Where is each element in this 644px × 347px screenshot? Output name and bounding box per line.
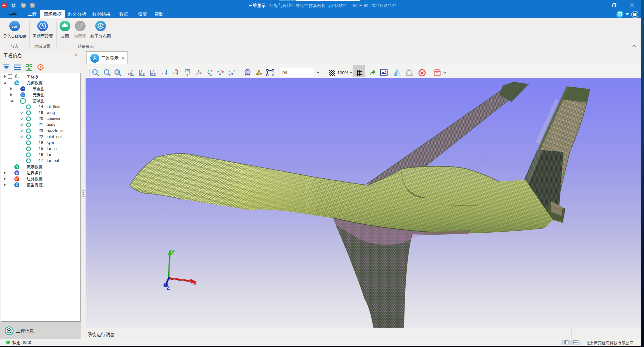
svg-text:x: x xyxy=(222,70,224,74)
svg-text:x: x xyxy=(200,71,201,75)
svg-text:z: z xyxy=(162,72,163,75)
svg-text:z: z xyxy=(217,70,219,74)
svg-text:cas: cas xyxy=(12,24,17,29)
svg-text:Y: Y xyxy=(233,69,235,72)
svg-text:Z: Z xyxy=(166,285,170,291)
svg-text:x: x xyxy=(186,73,188,77)
svg-text:z: z xyxy=(210,73,212,76)
svg-text:x: x xyxy=(18,76,19,78)
svg-text:Y: Y xyxy=(175,72,177,75)
svg-text:Y: Y xyxy=(141,69,143,72)
svg-text:X: X xyxy=(175,69,177,72)
svg-text:x: x xyxy=(229,73,230,76)
svg-text:Y: Y xyxy=(207,69,209,72)
svg-text:Y: Y xyxy=(171,249,175,255)
svg-text:z: z xyxy=(185,70,186,73)
svg-text:Y: Y xyxy=(152,69,154,72)
svg-text:z: z xyxy=(229,70,230,73)
svg-text:Y: Y xyxy=(131,69,133,72)
svg-text:Y: Y xyxy=(187,70,189,73)
svg-text:z: z xyxy=(173,72,174,75)
svg-text:x: x xyxy=(211,69,212,72)
svg-text:X: X xyxy=(193,280,197,286)
svg-text:x: x xyxy=(128,72,130,76)
